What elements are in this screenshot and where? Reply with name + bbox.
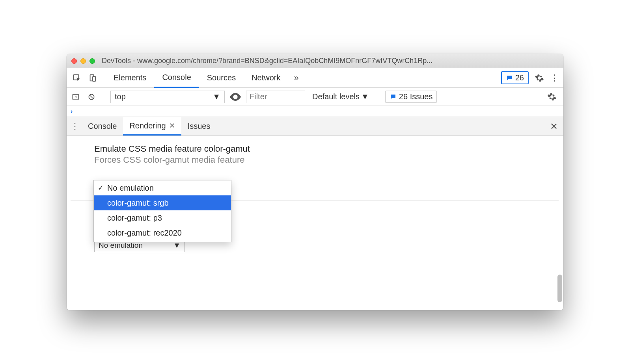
dropdown-option-p3[interactable]: color-gamut: p3 (94, 210, 231, 225)
drawer-tab-issues[interactable]: Issues (181, 117, 217, 136)
rendering-panel: Emulate CSS media feature color-gamut Fo… (67, 136, 563, 310)
drawer-menu-button[interactable]: ⋮ (68, 117, 82, 136)
console-toolbar: top ▼ Default levels ▼ 26 Issues (67, 88, 563, 106)
tab-console[interactable]: Console (154, 68, 199, 88)
tab-sources[interactable]: Sources (199, 68, 244, 87)
close-window-button[interactable] (71, 58, 77, 64)
drawer-tab-label: Console (88, 122, 117, 131)
close-drawer-button[interactable]: ✕ (546, 117, 562, 136)
select-value: No emulation (99, 241, 143, 250)
drawer-tab-label: Rendering (129, 121, 166, 130)
context-value: top (115, 92, 126, 101)
maximize-window-button[interactable] (89, 58, 95, 64)
svg-rect-2 (93, 76, 95, 81)
device-toggle-icon[interactable] (85, 68, 101, 87)
filter-input[interactable] (246, 91, 305, 103)
chevron-down-icon: ▼ (173, 241, 181, 250)
window-title: DevTools - www.google.com/chrome/?brand=… (102, 57, 559, 65)
dropdown-option-srgb[interactable]: color-gamut: srgb (94, 195, 231, 210)
tab-elements[interactable]: Elements (106, 68, 154, 87)
chevron-down-icon: ▼ (361, 92, 369, 101)
clear-console-button[interactable] (86, 93, 97, 101)
levels-label: Default levels (312, 92, 360, 101)
issues-count: 26 (515, 73, 524, 82)
issues-badge[interactable]: 26 (501, 71, 529, 84)
scrollbar-thumb[interactable] (557, 275, 562, 302)
main-menu-button[interactable]: ⋮ (548, 68, 561, 87)
drawer-tab-rendering[interactable]: Rendering ✕ (123, 117, 181, 136)
context-select[interactable]: top ▼ (110, 91, 225, 103)
color-gamut-dropdown: No emulation color-gamut: srgb color-gam… (93, 180, 231, 242)
inspect-element-icon[interactable] (69, 68, 85, 87)
section-title: Emulate CSS media feature color-gamut (94, 144, 559, 154)
main-tab-bar: Elements Console Sources Network » 26 ⋮ (67, 68, 563, 88)
titlebar: DevTools - www.google.com/chrome/?brand=… (67, 54, 563, 68)
issue-icon (506, 74, 513, 82)
toggle-sidebar-button[interactable] (70, 93, 82, 101)
divider (103, 72, 103, 84)
more-tabs-button[interactable]: » (289, 68, 304, 87)
prompt-caret-icon: › (71, 108, 73, 115)
devtools-window: DevTools - www.google.com/chrome/?brand=… (67, 54, 563, 310)
dropdown-option-no-emulation[interactable]: No emulation (94, 180, 231, 195)
issues-label: 26 Issues (399, 92, 433, 101)
gear-icon (547, 92, 557, 102)
console-settings-button[interactable] (544, 92, 560, 102)
minimize-window-button[interactable] (80, 58, 86, 64)
eye-icon (229, 90, 242, 104)
chevron-down-icon: ▼ (212, 92, 220, 101)
dropdown-option-rec2020[interactable]: color-gamut: rec2020 (94, 225, 231, 240)
drawer-tab-label: Issues (188, 122, 211, 131)
gear-icon (535, 73, 544, 83)
settings-button[interactable] (531, 68, 548, 87)
issue-icon (390, 93, 397, 100)
log-levels-select[interactable]: Default levels ▼ (309, 92, 372, 101)
issues-link[interactable]: 26 Issues (385, 91, 437, 103)
section-description: Forces CSS color-gamut media feature (94, 155, 559, 165)
drawer-tab-console[interactable]: Console (82, 117, 123, 136)
live-expression-button[interactable] (229, 90, 242, 104)
console-prompt-row[interactable]: › (67, 106, 563, 117)
tab-network[interactable]: Network (244, 68, 288, 87)
close-tab-icon[interactable]: ✕ (169, 121, 175, 130)
drawer-tab-bar: ⋮ Console Rendering ✕ Issues ✕ (67, 117, 563, 136)
